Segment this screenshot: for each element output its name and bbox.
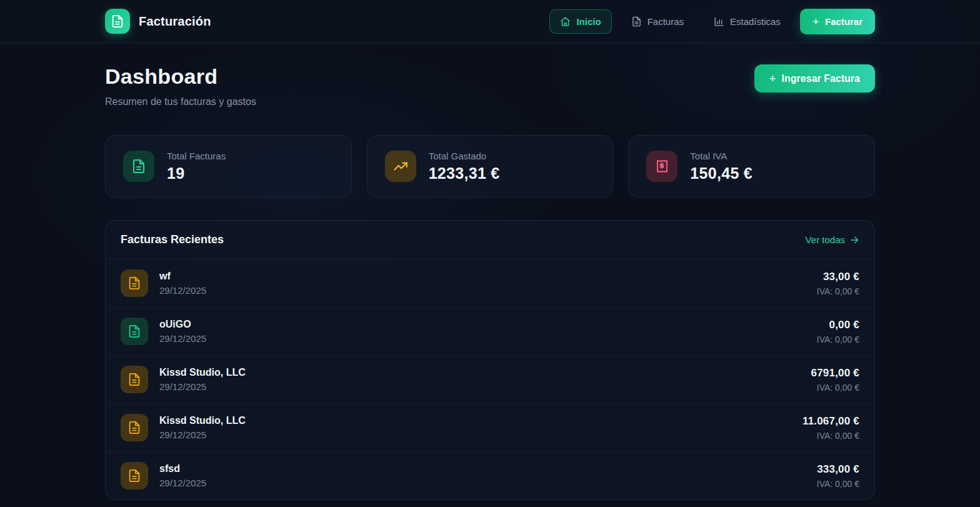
invoice-name: sfsd — [159, 463, 806, 474]
stat-value: 1233,31 € — [429, 164, 500, 183]
invoice-date: 29/12/2025 — [159, 333, 806, 344]
stat-card-total-facturas: Total Facturas 19 — [105, 135, 352, 198]
facturar-button[interactable]: + Facturar — [800, 9, 875, 34]
stat-card-total-iva: Total IVA 150,45 € — [628, 135, 875, 198]
dashboard-main: Dashboard Resumen de tus facturas y gast… — [105, 64, 875, 500]
page-subtitle: Resumen de tus facturas y gastos — [105, 96, 256, 108]
invoice-iva: IVA: 0,00 € — [817, 286, 859, 296]
trending-up-icon — [385, 151, 416, 182]
invoice-name: Kissd Studio, LLC — [159, 367, 800, 378]
plus-icon: + — [812, 16, 819, 28]
invoice-file-icon — [121, 269, 148, 297]
file-icon — [631, 16, 642, 27]
facturar-button-label: Facturar — [825, 16, 862, 27]
invoice-row[interactable]: Kissd Studio, LLC 29/12/2025 6791,00 € I… — [106, 356, 874, 404]
invoice-file-icon — [121, 366, 148, 393]
top-navigation-bar: Facturación Inicio Facturas — [0, 0, 980, 43]
invoice-amount: 33,00 € — [817, 271, 859, 283]
bar-chart-icon — [714, 16, 724, 27]
stat-label: Total Gastado — [429, 151, 500, 161]
stat-card-total-gastado: Total Gastado 1233,31 € — [367, 135, 614, 198]
invoice-iva: IVA: 0,00 € — [802, 431, 859, 441]
recent-invoices-title: Facturas Recientes — [121, 233, 224, 246]
invoice-iva: IVA: 0,00 € — [811, 383, 859, 393]
view-all-link[interactable]: Ver todas — [806, 234, 859, 245]
invoice-iva: IVA: 0,00 € — [817, 334, 859, 344]
plus-icon: + — [769, 73, 776, 84]
stats-row: Total Facturas 19 Total Gastado 1233,31 … — [105, 135, 875, 198]
ingresar-factura-button[interactable]: + Ingresar Factura — [754, 64, 876, 93]
home-icon — [560, 16, 571, 27]
stat-value: 19 — [167, 164, 226, 183]
invoice-file-icon — [121, 318, 148, 345]
invoice-name: oUiGO — [159, 319, 806, 330]
app-logo-icon — [105, 9, 130, 34]
invoice-date: 29/12/2025 — [159, 429, 791, 440]
stat-label: Total Facturas — [167, 151, 226, 161]
nav-item-facturas[interactable]: Facturas — [621, 9, 694, 34]
invoice-date: 29/12/2025 — [159, 478, 806, 488]
view-all-label: Ver todas — [806, 234, 845, 245]
invoice-date: 29/12/2025 — [159, 285, 806, 296]
invoice-name: Kissd Studio, LLC — [159, 415, 791, 426]
ingresar-factura-label: Ingresar Factura — [782, 73, 860, 84]
stat-value: 150,45 € — [690, 164, 752, 183]
invoice-date: 29/12/2025 — [159, 381, 800, 392]
file-icon — [123, 151, 154, 182]
invoice-amount: 11.067,00 € — [802, 415, 859, 428]
arrow-right-icon — [849, 235, 859, 245]
nav-item-label: Facturas — [648, 16, 684, 27]
recent-invoices-card: Facturas Recientes Ver todas wf 29/12/20… — [105, 220, 875, 500]
invoice-row[interactable]: sfsd 29/12/2025 333,00 € IVA: 0,00 € — [106, 452, 874, 499]
invoice-row[interactable]: Kissd Studio, LLC 29/12/2025 11.067,00 €… — [106, 404, 874, 452]
nav-item-label: Estadísticas — [730, 16, 781, 27]
invoice-amount: 0,00 € — [817, 319, 859, 331]
receipt-icon — [646, 151, 678, 182]
invoice-file-icon — [121, 462, 148, 489]
nav-item-estadisticas[interactable]: Estadísticas — [703, 9, 791, 34]
nav-item-label: Inicio — [576, 16, 601, 27]
invoice-file-icon — [121, 414, 148, 441]
invoice-iva: IVA: 0,00 € — [817, 479, 859, 489]
invoice-amount: 6791,00 € — [811, 367, 859, 379]
stat-label: Total IVA — [690, 151, 752, 161]
invoice-amount: 333,00 € — [817, 463, 859, 476]
page-header: Dashboard Resumen de tus facturas y gast… — [105, 64, 875, 108]
invoice-row[interactable]: oUiGO 29/12/2025 0,00 € IVA: 0,00 € — [106, 308, 874, 356]
invoice-row[interactable]: wf 29/12/2025 33,00 € IVA: 0,00 € — [106, 259, 874, 308]
page-title: Dashboard — [105, 64, 256, 89]
app-title: Facturación — [139, 14, 211, 29]
main-nav: Inicio Facturas Estadísticas — [549, 9, 875, 34]
brand: Facturación — [105, 9, 211, 34]
nav-item-inicio[interactable]: Inicio — [549, 9, 611, 34]
invoice-name: wf — [159, 271, 806, 282]
